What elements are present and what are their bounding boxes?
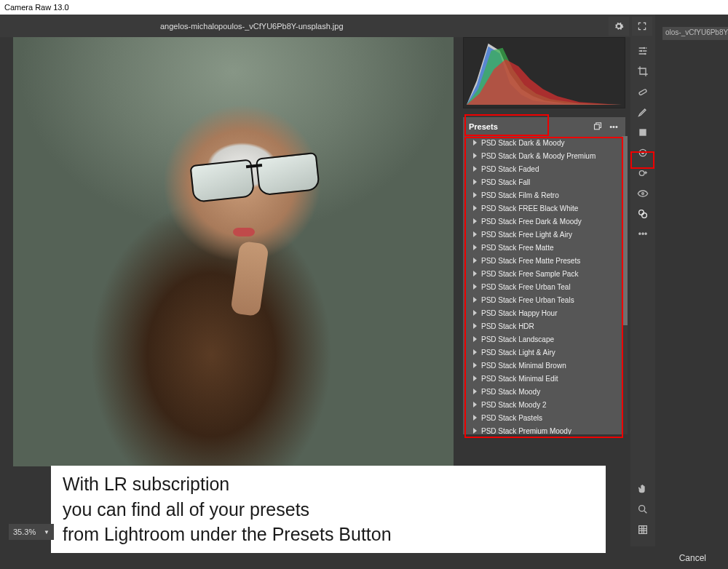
svg-point-9	[639, 171, 644, 176]
histogram-panel[interactable]	[463, 37, 625, 108]
annotation-caption: With LR subscription you can find all of…	[51, 466, 606, 553]
svg-point-11	[639, 210, 644, 215]
caption-line-2: you can find all of your presets	[63, 497, 594, 522]
gradient-icon	[637, 127, 649, 138]
caption-line-1: With LR subscription	[63, 471, 594, 497]
presets-tool[interactable]	[633, 204, 653, 223]
presets-more-button[interactable]: •••	[608, 121, 620, 132]
titlebar: Camera Raw 13.0	[0, 0, 728, 15]
hand-icon	[637, 483, 649, 495]
eye-icon	[637, 188, 649, 199]
svg-point-4	[644, 53, 646, 55]
crop-tool[interactable]	[633, 62, 653, 81]
hand-tool[interactable]	[633, 480, 653, 498]
magnifier-icon	[637, 504, 649, 515]
cancel-label: Cancel	[679, 553, 706, 563]
svg-point-10	[642, 193, 644, 195]
more-tool[interactable]: •••	[633, 225, 653, 244]
ellipsis-icon: •••	[609, 122, 618, 131]
photo-detail-lips	[233, 228, 255, 236]
svg-point-13	[639, 506, 645, 512]
presets-icon	[637, 208, 649, 220]
svg-point-12	[642, 213, 647, 218]
edit-tool[interactable]	[633, 41, 653, 60]
annotation-box-presets-list	[464, 137, 623, 438]
adjust-brush-tool[interactable]	[633, 103, 653, 122]
tool-strip: •••	[630, 37, 655, 546]
snapshot-tool[interactable]	[633, 184, 653, 203]
settings-button[interactable]	[609, 17, 629, 36]
zoom-dropdown[interactable]: 35.3% ▼	[9, 524, 54, 540]
annotation-box-presets-tool	[630, 151, 654, 169]
crop-icon	[637, 65, 649, 77]
chevron-down-icon: ▼	[44, 529, 50, 536]
annotation-box-presets-title	[464, 114, 549, 136]
svg-point-2	[644, 47, 646, 49]
presets-create-button[interactable]	[592, 121, 604, 132]
histogram-chart	[464, 38, 625, 108]
create-preset-icon	[593, 122, 602, 131]
grid-icon	[637, 524, 649, 536]
image-canvas[interactable]	[13, 37, 454, 466]
svg-rect-1	[595, 124, 600, 130]
filename-label: angelos-michalopoulos-_vCfYU6Pb8Y-unspla…	[160, 22, 344, 31]
brush-icon	[637, 106, 649, 118]
zoom-value: 35.3%	[13, 528, 36, 536]
grid-tool[interactable]	[633, 520, 653, 539]
spot-heal-tool[interactable]	[633, 82, 653, 101]
gear-icon	[614, 21, 624, 31]
header-bar: angelos-michalopoulos-_vCfYU6Pb8Y-unspla…	[0, 15, 655, 37]
caption-line-3: from Lightroom under the Presets Button	[63, 522, 594, 547]
background-tab-label: olos-_vCfYU6Pb8Y-unspla	[665, 28, 728, 36]
bandage-icon	[637, 86, 649, 98]
svg-rect-6	[639, 129, 646, 135]
ellipsis-icon: •••	[638, 229, 648, 239]
background-tab: olos-_vCfYU6Pb8Y-unspla	[662, 27, 728, 40]
zoom-tool[interactable]	[633, 500, 653, 519]
svg-point-3	[641, 50, 643, 52]
cancel-button[interactable]: Cancel	[679, 553, 706, 563]
fullscreen-icon	[637, 21, 647, 31]
svg-rect-14	[639, 526, 647, 534]
grad-filter-tool[interactable]	[633, 123, 653, 142]
eye-plus-icon	[637, 167, 649, 179]
app-title: Camera Raw 13.0	[4, 3, 69, 12]
fullscreen-button[interactable]	[632, 17, 652, 36]
svg-rect-5	[638, 89, 646, 95]
photo-preview	[13, 37, 454, 466]
sliders-icon	[637, 45, 649, 57]
